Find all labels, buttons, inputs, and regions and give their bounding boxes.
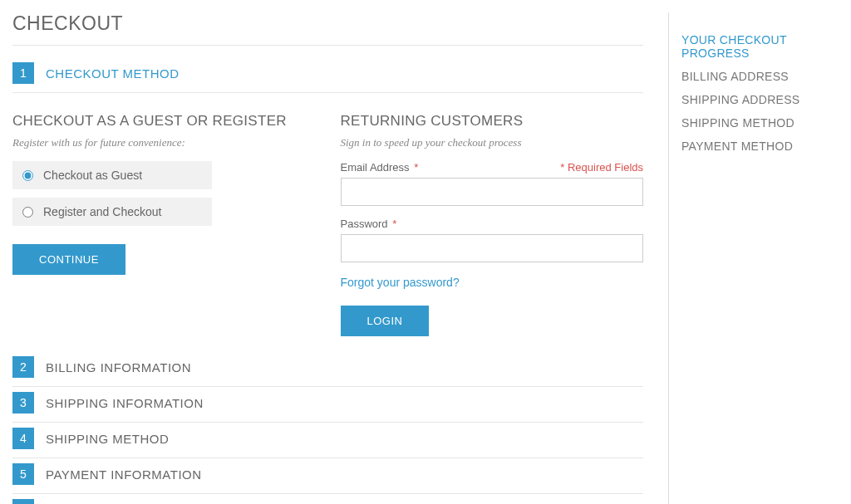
email-row: * Required Fields Email Address *	[341, 161, 644, 206]
returning-sub: Sign in to speed up your checkout proces…	[341, 136, 644, 149]
returning-heading: RETURNING CUSTOMERS	[341, 113, 644, 130]
progress-title: YOUR CHECKOUT PROGRESS	[681, 33, 839, 60]
guest-column: CHECKOUT AS A GUEST OR REGISTER Register…	[12, 113, 316, 336]
step-2-number: 2	[12, 356, 34, 378]
step-5-header[interactable]: 5 PAYMENT INFORMATION	[12, 458, 643, 494]
progress-item-billing: BILLING ADDRESS	[681, 70, 839, 83]
radio-guest-label[interactable]: Checkout as Guest	[43, 169, 142, 182]
step-2-header[interactable]: 2 BILLING INFORMATION	[12, 351, 643, 387]
radio-register-and-checkout[interactable]: Register and Checkout	[12, 198, 212, 226]
checkout-container: CHECKOUT 1 CHECKOUT METHOD CHECKOUT AS A…	[0, 0, 851, 504]
step-6-number: 6	[12, 499, 34, 504]
password-row: Password *	[341, 218, 644, 262]
email-label-text: Email Address	[341, 161, 410, 174]
password-required-star: *	[392, 218, 396, 230]
returning-column: RETURNING CUSTOMERS Sign in to speed up …	[341, 113, 644, 336]
page-title: CHECKOUT	[12, 12, 643, 35]
progress-sidebar: YOUR CHECKOUT PROGRESS BILLING ADDRESS S…	[668, 12, 839, 504]
radio-checkout-as-guest[interactable]: Checkout as Guest	[12, 161, 212, 189]
guest-sub: Register with us for future convenience:	[12, 136, 316, 149]
step-6-header[interactable]: 6 ORDER REVIEW	[12, 494, 643, 504]
step-3-title: SHIPPING INFORMATION	[46, 396, 204, 410]
email-required-star: *	[414, 161, 418, 174]
password-input[interactable]	[341, 234, 644, 262]
radio-register-input[interactable]	[22, 207, 33, 218]
forgot-password-link[interactable]: Forgot your password?	[341, 276, 460, 289]
step-4-title: SHIPPING METHOD	[46, 432, 169, 446]
title-divider	[12, 45, 643, 46]
step-1-title: CHECKOUT METHOD	[46, 66, 180, 81]
step-1-header[interactable]: 1 CHECKOUT METHOD	[12, 57, 643, 93]
continue-button[interactable]: CONTINUE	[12, 244, 125, 275]
login-button[interactable]: LOGIN	[341, 306, 430, 336]
step-4-number: 4	[12, 428, 34, 449]
main-column: CHECKOUT 1 CHECKOUT METHOD CHECKOUT AS A…	[12, 12, 668, 504]
progress-item-shipping-address: SHIPPING ADDRESS	[681, 93, 839, 106]
radio-register-label[interactable]: Register and Checkout	[43, 205, 161, 218]
step-5-title: PAYMENT INFORMATION	[46, 467, 202, 482]
step-3-header[interactable]: 3 SHIPPING INFORMATION	[12, 387, 643, 423]
step-2-title: BILLING INFORMATION	[46, 360, 191, 374]
radio-guest-input[interactable]	[22, 170, 33, 181]
step-5-number: 5	[12, 463, 34, 485]
password-label-text: Password	[341, 218, 388, 230]
step-3-number: 3	[12, 392, 34, 413]
progress-item-payment: PAYMENT METHOD	[681, 139, 839, 153]
guest-heading: CHECKOUT AS A GUEST OR REGISTER	[12, 113, 316, 130]
step-4-header[interactable]: 4 SHIPPING METHOD	[12, 423, 643, 458]
required-fields-hint: * Required Fields	[560, 161, 643, 174]
password-label: Password *	[341, 218, 644, 230]
step-1-body: CHECKOUT AS A GUEST OR REGISTER Register…	[12, 93, 643, 351]
progress-item-shipping-method: SHIPPING METHOD	[681, 116, 839, 130]
email-input[interactable]	[341, 178, 644, 206]
step-1-number: 1	[12, 62, 34, 84]
